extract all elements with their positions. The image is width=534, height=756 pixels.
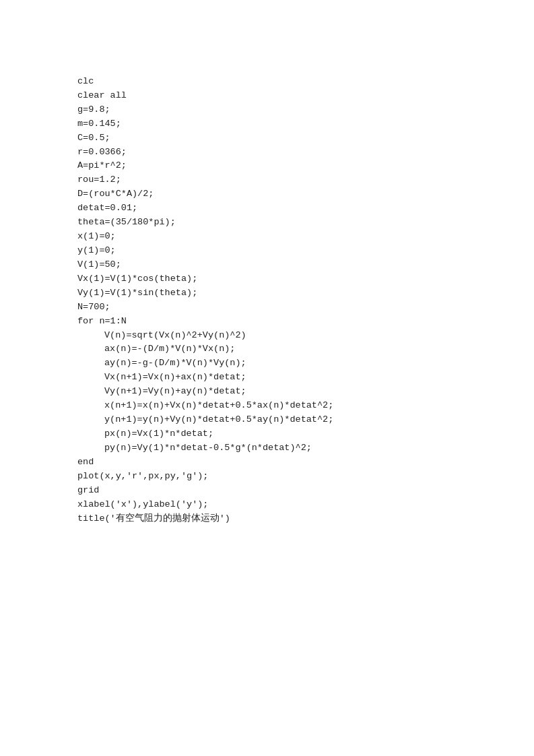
code-line: grid	[77, 484, 457, 498]
code-line: end	[77, 455, 457, 470]
code-line: x(1)=0;	[77, 230, 457, 244]
code-line: r=0.0366;	[77, 146, 457, 160]
code-line: clc	[77, 75, 457, 89]
code-line: plot(x,y,'r',px,py,'g');	[77, 470, 457, 484]
code-line: C=0.5;	[77, 131, 457, 146]
code-line: x(n+1)=x(n)+Vx(n)*detat+0.5*ax(n)*detat^…	[77, 399, 457, 413]
code-editor: clcclear allg=9.8;m=0.145;C=0.5;r=0.0366…	[77, 61, 457, 526]
code-line: D=(rou*C*A)/2;	[77, 187, 457, 201]
code-line: V(1)=50;	[77, 258, 457, 272]
code-line: g=9.8;	[77, 103, 457, 117]
code-line: Vy(1)=V(1)*sin(theta);	[77, 286, 457, 301]
code-line: rou=1.2;	[77, 173, 457, 187]
code-line: Vx(1)=V(1)*cos(theta);	[77, 272, 457, 286]
code-line: ax(n)=-(D/m)*V(n)*Vx(n);	[77, 342, 457, 356]
code-line: Vx(n+1)=Vx(n)+ax(n)*detat;	[77, 371, 457, 385]
code-line: A=pi*r^2;	[77, 159, 457, 173]
code-line: px(n)=Vx(1)*n*detat;	[77, 427, 457, 441]
code-line: xlabel('x'),ylabel('y');	[77, 498, 457, 512]
code-line: for n=1:N	[77, 315, 457, 329]
code-line: m=0.145;	[77, 117, 457, 131]
code-line: V(n)=sqrt(Vx(n)^2+Vy(n)^2)	[77, 329, 457, 343]
code-line: Vy(n+1)=Vy(n)+ay(n)*detat;	[77, 385, 457, 399]
code-line: detat=0.01;	[77, 201, 457, 216]
code-line: ay(n)=-g-(D/m)*V(n)*Vy(n);	[77, 356, 457, 371]
code-line: y(n+1)=y(n)+Vy(n)*detat+0.5*ay(n)*detat^…	[77, 413, 457, 427]
code-line: py(n)=Vy(1)*n*detat-0.5*g*(n*detat)^2;	[77, 441, 457, 455]
code-line: y(1)=0;	[77, 244, 457, 258]
code-line: title('有空气阻力的抛射体运动')	[77, 512, 457, 526]
code-line: N=700;	[77, 301, 457, 315]
code-line: clear all	[77, 89, 457, 103]
code-line: theta=(35/180*pi);	[77, 216, 457, 230]
